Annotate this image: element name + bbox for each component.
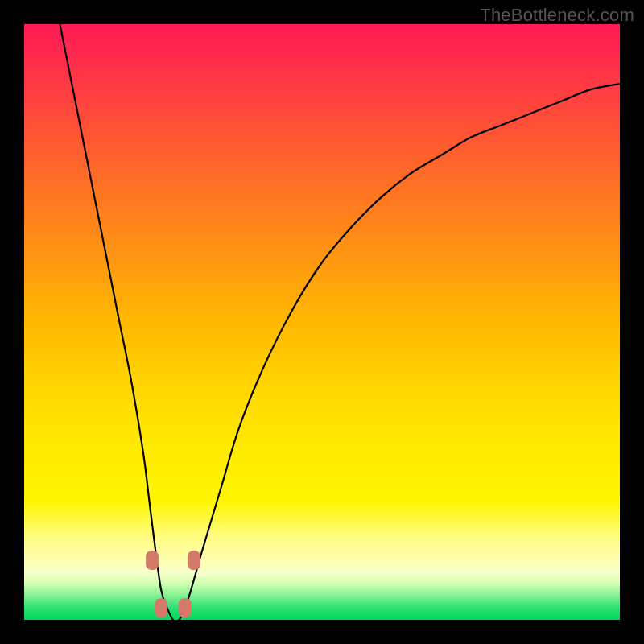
curve-marker xyxy=(188,551,200,570)
curve-marker xyxy=(155,598,167,617)
curve-marker xyxy=(146,551,159,570)
curve-marker xyxy=(179,598,192,617)
bottleneck-curve-svg xyxy=(24,24,620,620)
watermark-text: TheBottleneck.com xyxy=(480,5,634,26)
bottleneck-curve xyxy=(60,24,620,621)
plot-frame xyxy=(24,24,620,620)
